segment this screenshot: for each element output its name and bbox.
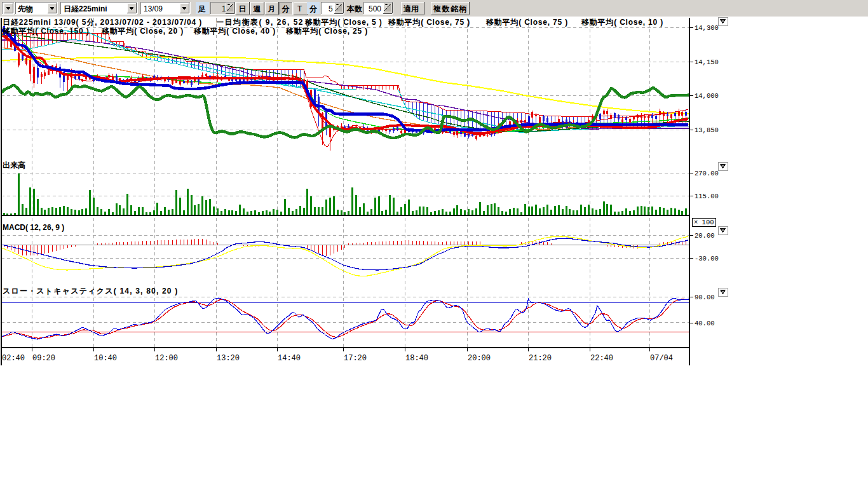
- svg-text:一目均衡表( 9, 26, 52 ): 一目均衡表( 9, 26, 52 ): [216, 18, 310, 27]
- svg-text:足: 足: [198, 4, 206, 13]
- svg-text:13/09: 13/09: [144, 4, 163, 13]
- svg-text:40.00: 40.00: [695, 320, 715, 327]
- svg-text:90.00: 90.00: [695, 294, 715, 301]
- svg-text:MACD( 12, 26, 9 ): MACD( 12, 26, 9 ): [3, 223, 64, 232]
- svg-text:02:40: 02:40: [2, 354, 25, 363]
- svg-text:18:40: 18:40: [405, 354, 428, 363]
- svg-text:115.00: 115.00: [695, 193, 719, 200]
- svg-text:複数銘柄: 複数銘柄: [433, 4, 468, 13]
- svg-text:移動平均( Close, 20 ): 移動平均( Close, 20 ): [101, 27, 184, 36]
- svg-text:T: T: [297, 4, 302, 13]
- svg-text:分: 分: [309, 4, 318, 13]
- svg-text:日: 日: [239, 4, 247, 13]
- svg-text:20.00: 20.00: [695, 232, 715, 240]
- svg-text:月: 月: [268, 4, 276, 13]
- svg-text:14,300: 14,300: [695, 24, 719, 32]
- svg-text:週: 週: [253, 4, 261, 13]
- svg-text:スロー・ストキャスティクス( 14, 3, 80, 20 ): スロー・ストキャスティクス( 14, 3, 80, 20 ): [3, 287, 178, 295]
- svg-text:5: 5: [329, 4, 333, 13]
- svg-text:移動平均( Close, 40 ): 移動平均( Close, 40 ): [193, 27, 276, 36]
- svg-text:日経225mini 13/09( 5分, 2013/07/0: 日経225mini 13/09( 5分, 2013/07/02 - 2013/0…: [3, 18, 202, 27]
- svg-text:10:40: 10:40: [94, 354, 117, 363]
- svg-text:14,000: 14,000: [695, 92, 719, 100]
- svg-text:移動平均( Close, 25 ): 移動平均( Close, 25 ): [285, 27, 368, 36]
- svg-text:移動平均( Close, 75 ): 移動平均( Close, 75 ): [388, 18, 470, 27]
- svg-text:22:40: 22:40: [590, 354, 613, 363]
- svg-text:14:40: 14:40: [278, 354, 301, 363]
- svg-text:13:20: 13:20: [217, 354, 240, 363]
- svg-text:14,150: 14,150: [695, 58, 719, 66]
- svg-text:07/04: 07/04: [650, 354, 673, 363]
- svg-text:-30.00: -30.00: [695, 255, 719, 262]
- svg-text:移動平均( Close, 10 ): 移動平均( Close, 10 ): [581, 18, 663, 27]
- svg-text:本数: 本数: [346, 4, 363, 13]
- svg-text:適用: 適用: [403, 4, 419, 13]
- svg-text:17:20: 17:20: [344, 354, 367, 363]
- svg-text:移動平均( Close, 150 ): 移動平均( Close, 150 ): [2, 27, 89, 36]
- svg-text:出来高: 出来高: [3, 161, 25, 170]
- svg-text:21:20: 21:20: [529, 354, 552, 363]
- svg-text:20:00: 20:00: [468, 354, 491, 363]
- svg-text:13,850: 13,850: [695, 126, 719, 134]
- svg-text:500: 500: [369, 4, 381, 13]
- svg-text:移動平均( Close, 5 ): 移動平均( Close, 5 ): [304, 18, 382, 27]
- svg-text:12:00: 12:00: [155, 354, 178, 363]
- svg-text:移動平均( Close, 75 ): 移動平均( Close, 75 ): [485, 18, 568, 27]
- svg-text:270.00: 270.00: [695, 170, 719, 177]
- svg-text:分: 分: [281, 4, 290, 13]
- svg-text:先物: 先物: [17, 4, 33, 13]
- svg-text:日経225mini: 日経225mini: [64, 4, 107, 13]
- svg-text:09:20: 09:20: [32, 354, 55, 363]
- svg-text:× 100: × 100: [694, 219, 714, 226]
